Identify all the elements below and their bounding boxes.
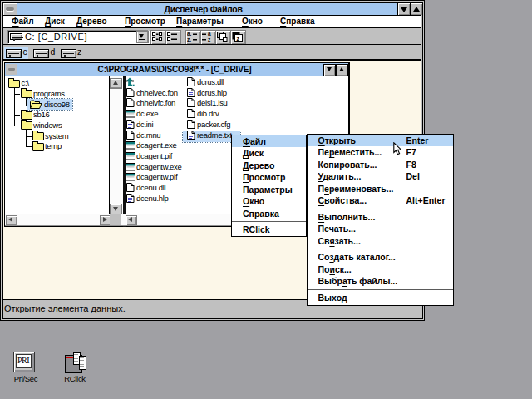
- svg-text:z.: z.: [187, 37, 191, 42]
- svg-text:z: z: [237, 36, 240, 42]
- svg-text:z: z: [208, 37, 211, 42]
